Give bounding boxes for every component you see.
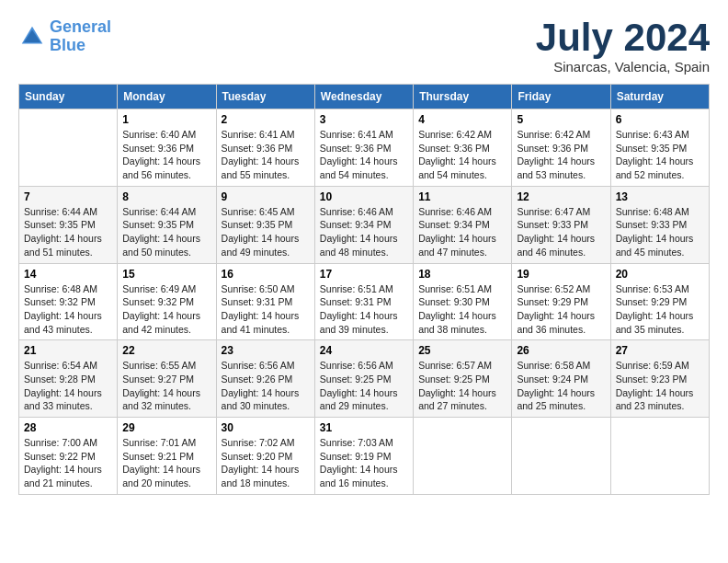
daylight-text: Daylight: 14 hours and 55 minutes.	[222, 155, 310, 181]
table-row: 15 Sunrise: 6:49 AM Sunset: 9:32 PM Dayl…	[118, 263, 216, 340]
day-info: Sunrise: 6:42 AM Sunset: 9:36 PM Dayligh…	[418, 128, 506, 182]
table-row: 11 Sunrise: 6:46 AM Sunset: 9:34 PM Dayl…	[414, 186, 512, 263]
table-row: 18 Sunrise: 6:51 AM Sunset: 9:30 PM Dayl…	[414, 263, 512, 340]
day-number: 19	[517, 268, 605, 281]
header-thursday: Thursday	[414, 85, 512, 109]
day-info: Sunrise: 6:51 AM Sunset: 9:31 PM Dayligh…	[320, 282, 408, 337]
day-info: Sunrise: 6:41 AM Sunset: 9:36 PM Dayligh…	[222, 128, 310, 182]
table-row: 1 Sunrise: 6:40 AM Sunset: 9:36 PM Dayli…	[118, 109, 216, 187]
day-info: Sunrise: 7:02 AM Sunset: 9:20 PM Dayligh…	[222, 436, 310, 490]
day-number: 7	[24, 190, 112, 203]
logo-icon	[18, 23, 46, 51]
day-info: Sunrise: 6:54 AM Sunset: 9:28 PM Dayligh…	[24, 359, 112, 413]
sunset-text: Sunset: 9:35 PM	[222, 218, 310, 232]
sunrise-text: Sunrise: 6:49 AM	[122, 282, 210, 296]
table-row: 2 Sunrise: 6:41 AM Sunset: 9:36 PM Dayli…	[216, 109, 314, 187]
day-info: Sunrise: 6:44 AM Sunset: 9:35 PM Dayligh…	[122, 205, 210, 259]
table-row: 3 Sunrise: 6:41 AM Sunset: 9:36 PM Dayli…	[314, 109, 413, 187]
sunrise-text: Sunrise: 7:00 AM	[24, 436, 112, 450]
day-number: 17	[320, 268, 408, 281]
sunrise-text: Sunrise: 6:57 AM	[418, 359, 506, 373]
day-number: 13	[616, 190, 704, 203]
day-number: 23	[222, 344, 310, 357]
sunset-text: Sunset: 9:33 PM	[517, 218, 605, 232]
daylight-text: Daylight: 14 hours and 38 minutes.	[418, 309, 506, 336]
table-row: 27 Sunrise: 6:59 AM Sunset: 9:23 PM Dayl…	[610, 340, 709, 418]
day-number: 31	[320, 421, 408, 434]
week-row-1: 7 Sunrise: 6:44 AM Sunset: 9:35 PM Dayli…	[19, 186, 710, 263]
daylight-text: Daylight: 14 hours and 29 minutes.	[320, 386, 408, 413]
sunset-text: Sunset: 9:24 PM	[517, 373, 605, 386]
sunset-text: Sunset: 9:35 PM	[616, 142, 704, 155]
sunrise-text: Sunrise: 6:48 AM	[24, 282, 112, 296]
day-info: Sunrise: 6:45 AM Sunset: 9:35 PM Dayligh…	[222, 205, 310, 259]
day-info: Sunrise: 6:51 AM Sunset: 9:30 PM Dayligh…	[418, 282, 506, 337]
weekday-header-row: Sunday Monday Tuesday Wednesday Thursday…	[19, 85, 710, 109]
header-tuesday: Tuesday	[216, 85, 314, 109]
sunset-text: Sunset: 9:32 PM	[122, 295, 210, 309]
sunset-text: Sunset: 9:34 PM	[320, 218, 408, 232]
sunset-text: Sunset: 9:28 PM	[24, 373, 112, 386]
sunset-text: Sunset: 9:31 PM	[320, 295, 408, 309]
day-info: Sunrise: 6:46 AM Sunset: 9:34 PM Dayligh…	[418, 205, 506, 259]
day-info: Sunrise: 6:43 AM Sunset: 9:35 PM Dayligh…	[616, 128, 704, 182]
sunrise-text: Sunrise: 6:40 AM	[122, 128, 210, 142]
week-row-2: 14 Sunrise: 6:48 AM Sunset: 9:32 PM Dayl…	[19, 263, 710, 340]
table-row: 26 Sunrise: 6:58 AM Sunset: 9:24 PM Dayl…	[512, 340, 610, 418]
table-row: 12 Sunrise: 6:47 AM Sunset: 9:33 PM Dayl…	[512, 186, 610, 263]
sunrise-text: Sunrise: 6:48 AM	[616, 205, 704, 219]
daylight-text: Daylight: 14 hours and 23 minutes.	[616, 386, 704, 413]
sunrise-text: Sunrise: 7:01 AM	[122, 436, 210, 450]
day-number: 30	[222, 421, 310, 434]
logo: General Blue	[18, 18, 111, 55]
table-row	[414, 418, 512, 495]
table-row: 23 Sunrise: 6:56 AM Sunset: 9:26 PM Dayl…	[216, 340, 314, 418]
sunrise-text: Sunrise: 6:51 AM	[418, 282, 506, 296]
sunset-text: Sunset: 9:36 PM	[418, 142, 506, 155]
sunset-text: Sunset: 9:29 PM	[616, 295, 704, 309]
daylight-text: Daylight: 14 hours and 53 minutes.	[517, 155, 605, 181]
day-number: 2	[222, 113, 310, 126]
day-number: 5	[517, 113, 605, 126]
sunset-text: Sunset: 9:29 PM	[517, 295, 605, 309]
sunrise-text: Sunrise: 6:45 AM	[222, 205, 310, 219]
daylight-text: Daylight: 14 hours and 25 minutes.	[517, 386, 605, 413]
sunrise-text: Sunrise: 6:41 AM	[222, 128, 310, 142]
sunset-text: Sunset: 9:19 PM	[320, 450, 408, 464]
daylight-text: Daylight: 14 hours and 42 minutes.	[122, 309, 210, 336]
sunrise-text: Sunrise: 6:52 AM	[517, 282, 605, 296]
daylight-text: Daylight: 14 hours and 43 minutes.	[24, 309, 112, 336]
daylight-text: Daylight: 14 hours and 39 minutes.	[320, 309, 408, 336]
daylight-text: Daylight: 14 hours and 50 minutes.	[122, 232, 210, 259]
day-info: Sunrise: 6:46 AM Sunset: 9:34 PM Dayligh…	[320, 205, 408, 259]
sunrise-text: Sunrise: 6:42 AM	[418, 128, 506, 142]
daylight-text: Daylight: 14 hours and 30 minutes.	[222, 386, 310, 413]
sunrise-text: Sunrise: 6:47 AM	[517, 205, 605, 219]
day-number: 1	[122, 113, 210, 126]
day-info: Sunrise: 6:52 AM Sunset: 9:29 PM Dayligh…	[517, 282, 605, 337]
day-info: Sunrise: 6:59 AM Sunset: 9:23 PM Dayligh…	[616, 359, 704, 413]
day-info: Sunrise: 6:57 AM Sunset: 9:25 PM Dayligh…	[418, 359, 506, 413]
day-number: 16	[222, 268, 310, 281]
sunrise-text: Sunrise: 6:46 AM	[320, 205, 408, 219]
sunrise-text: Sunrise: 6:56 AM	[320, 359, 408, 373]
day-number: 14	[24, 268, 112, 281]
table-row: 22 Sunrise: 6:55 AM Sunset: 9:27 PM Dayl…	[118, 340, 216, 418]
daylight-text: Daylight: 14 hours and 16 minutes.	[320, 463, 408, 489]
sunset-text: Sunset: 9:36 PM	[517, 142, 605, 155]
day-number: 25	[418, 344, 506, 357]
day-info: Sunrise: 6:44 AM Sunset: 9:35 PM Dayligh…	[24, 205, 112, 259]
day-number: 18	[418, 268, 506, 281]
sunset-text: Sunset: 9:36 PM	[122, 142, 210, 155]
page-header: General Blue July 2024 Sinarcas, Valenci…	[18, 18, 710, 75]
sunrise-text: Sunrise: 6:55 AM	[122, 359, 210, 373]
day-info: Sunrise: 6:50 AM Sunset: 9:31 PM Dayligh…	[222, 282, 310, 337]
table-row	[19, 109, 118, 187]
week-row-0: 1 Sunrise: 6:40 AM Sunset: 9:36 PM Dayli…	[19, 109, 710, 187]
sunset-text: Sunset: 9:22 PM	[24, 450, 112, 464]
daylight-text: Daylight: 14 hours and 45 minutes.	[616, 232, 704, 259]
day-info: Sunrise: 6:41 AM Sunset: 9:36 PM Dayligh…	[320, 128, 408, 182]
sunrise-text: Sunrise: 6:44 AM	[122, 205, 210, 219]
daylight-text: Daylight: 14 hours and 20 minutes.	[122, 463, 210, 489]
table-row: 13 Sunrise: 6:48 AM Sunset: 9:33 PM Dayl…	[610, 186, 709, 263]
